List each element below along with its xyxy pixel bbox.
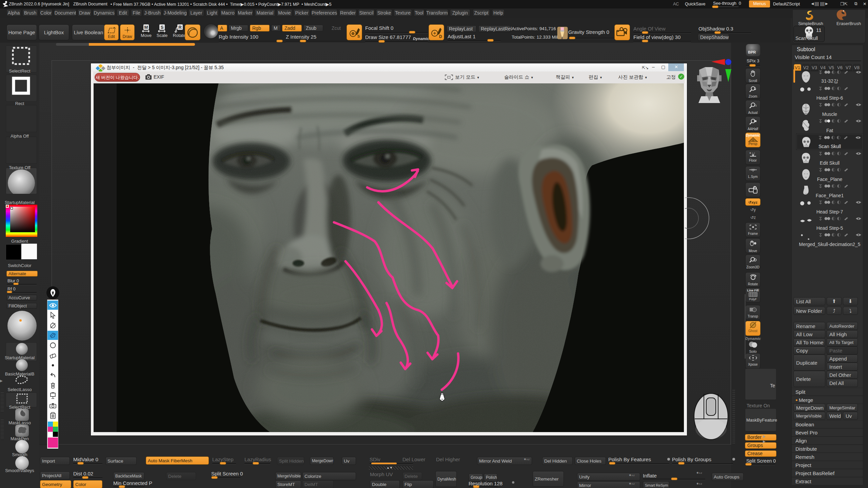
svg-text:S: S <box>357 34 360 38</box>
svg-text:R: R <box>178 25 182 30</box>
svg-text:✱ ʌ z: ✱ ʌ z <box>749 152 755 154</box>
svg-text:S: S <box>161 25 164 30</box>
svg-text:D: D <box>439 34 442 39</box>
svg-text:M: M <box>144 25 148 30</box>
svg-text:x1: x1 <box>754 104 757 107</box>
